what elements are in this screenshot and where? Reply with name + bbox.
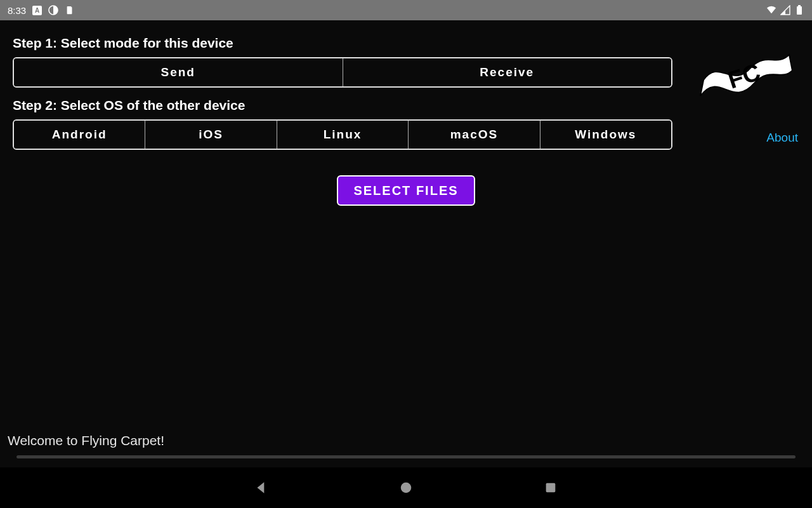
app-content: Step 1: Select mode for this device Send…	[0, 20, 812, 467]
app-logo-pane: FC About	[688, 32, 802, 145]
os-option-windows[interactable]: Windows	[540, 121, 671, 149]
contrast-icon	[48, 5, 58, 15]
os-option-ios[interactable]: iOS	[145, 121, 277, 149]
os-option-linux[interactable]: Linux	[277, 121, 409, 149]
battery-icon	[794, 5, 804, 15]
about-link[interactable]: About	[766, 131, 798, 145]
os-option-android[interactable]: Android	[14, 121, 145, 149]
status-time: 8:33	[8, 5, 26, 16]
status-left: 8:33 A	[8, 5, 75, 16]
keyboard-indicator-icon: A	[32, 6, 42, 15]
sd-card-icon	[65, 5, 75, 15]
wifi-icon	[766, 5, 776, 15]
mode-segmented-control: Send Receive	[13, 57, 672, 88]
svg-rect-1	[797, 6, 802, 15]
flying-carpet-logo-icon: FC	[694, 36, 796, 124]
mode-option-receive[interactable]: Receive	[343, 58, 672, 86]
svg-point-4	[401, 483, 412, 493]
android-nav-bar	[0, 467, 812, 508]
os-segmented-control: Android iOS Linux macOS Windows	[13, 119, 672, 150]
welcome-message: Welcome to Flying Carpet!	[8, 433, 164, 448]
os-option-macos[interactable]: macOS	[409, 121, 540, 149]
step1-label: Step 1: Select mode for this device	[13, 36, 672, 51]
svg-rect-2	[798, 5, 801, 6]
status-right	[766, 5, 804, 15]
nav-back-button[interactable]	[252, 479, 270, 497]
mode-option-send[interactable]: Send	[14, 58, 343, 86]
svg-rect-5	[546, 483, 556, 493]
select-files-button[interactable]: SELECT FILES	[337, 175, 475, 206]
step2-label: Step 2: Select OS of the other device	[13, 98, 672, 113]
nav-recents-button[interactable]	[542, 479, 560, 497]
cell-signal-icon	[780, 5, 790, 15]
nav-home-button[interactable]	[397, 479, 415, 497]
transfer-progress-bar	[16, 455, 796, 458]
main-controls: Step 1: Select mode for this device Send…	[8, 32, 678, 150]
android-status-bar: 8:33 A	[0, 0, 812, 20]
